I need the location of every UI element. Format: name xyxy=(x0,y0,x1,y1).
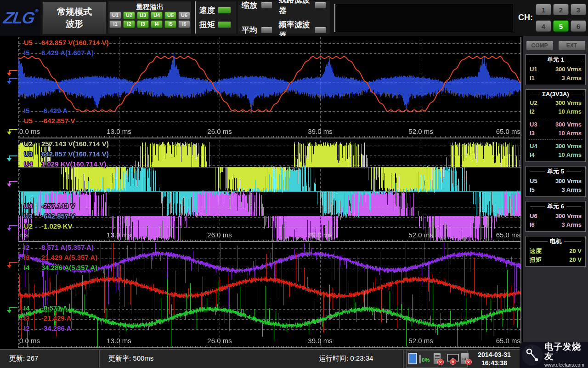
range-channel: U4 xyxy=(528,142,547,150)
scale-label-U4-min: U4-257.143 V xyxy=(24,202,75,210)
zero-marker-7[interactable] xyxy=(4,306,18,314)
ch-button-3[interactable]: 3 xyxy=(571,4,586,15)
range-value: 300 Vrms xyxy=(547,65,583,74)
gpib-icon[interactable]: GP ✕ xyxy=(461,353,469,364)
time-label-p3: 13.0 ms xyxy=(107,337,131,345)
group-title: 电机 xyxy=(528,237,583,246)
range-row-U6: U6300 Vrms xyxy=(528,212,583,220)
toggle-label-0: 速度 xyxy=(199,5,215,16)
ch-button-2[interactable]: 2 xyxy=(553,4,569,15)
datetime-display: 2014-03-31 16:43:38 xyxy=(469,351,520,367)
time-label-p1: 52.0 ms xyxy=(408,127,433,135)
range-row-I5: I53 Arms xyxy=(528,185,583,194)
zero-marker-5[interactable] xyxy=(4,224,18,232)
comp-button[interactable]: COMP xyxy=(526,40,554,51)
overflow-badge-U3: U3 xyxy=(137,12,149,19)
zero-marker-4[interactable] xyxy=(4,179,18,188)
ch-button-5[interactable]: 5 xyxy=(553,20,569,32)
ch-button-1[interactable]: 1 xyxy=(536,4,551,15)
range-value: 3 Arms xyxy=(547,74,583,82)
power-analyzer-app: { "header": { "logo_text": "ZLG", "logo_… xyxy=(0,0,588,368)
toggle-zoom[interactable] xyxy=(261,2,272,9)
elecfans-url: www.elecfans.com xyxy=(544,362,588,368)
ch-button-4[interactable]: 4 xyxy=(536,20,551,32)
range-value: 300 Vrms xyxy=(547,177,583,185)
time-label-p1: 39.0 ms xyxy=(308,127,332,135)
group-4: 电机速度20 V扭矩20 V xyxy=(526,236,586,267)
range-value: 300 Vrms xyxy=(547,212,583,220)
motor-toggle-speed[interactable] xyxy=(218,7,231,14)
motor-toggle-torque[interactable] xyxy=(218,21,231,28)
range-row-U5: U5300 Vrms xyxy=(528,177,583,185)
overflow-badge-I1: I1 xyxy=(109,20,121,28)
time-label-p2: ms xyxy=(19,231,28,239)
monitor-disconnected-icon: ✕ xyxy=(450,358,456,365)
mode-line1: 常规模式 xyxy=(57,7,92,17)
zero-marker-2[interactable] xyxy=(4,127,18,136)
range-value: 20 V xyxy=(547,247,583,255)
usb-icon[interactable]: ✕ xyxy=(433,353,441,364)
group-title: ΣA(3V3A) xyxy=(528,91,583,98)
channel-selector-label: CH: xyxy=(518,13,533,23)
time-label-p3: 39.0 ms xyxy=(308,337,332,345)
range-value: 300 Vrms xyxy=(547,98,583,107)
ext-button[interactable]: EXT xyxy=(558,40,586,51)
time-label-p1: 26.0 ms xyxy=(207,127,232,135)
time-label-p3: 0.0 ms xyxy=(19,337,40,345)
range-overflow-panel: 量程溢出 U1U2U3U4U5U6 I1I2I3I4I5I6 xyxy=(108,1,191,34)
range-value: 10 Arms xyxy=(547,150,583,159)
motor-toggle-panel: 速度扭矩 xyxy=(195,1,236,34)
status-bar: 更新: 267 更新率: 500ms 运行时间: 0:23:34 0% ✕ ✕ … xyxy=(0,349,588,368)
time-label-p2: 13.0 ms xyxy=(107,231,131,239)
elecfans-logo-icon xyxy=(522,345,543,366)
group-title: 单元 1 xyxy=(528,56,583,64)
scale-label-U2-max: U2257.143 V(160.714 V) xyxy=(24,140,109,148)
range-channel: U5 xyxy=(528,177,547,185)
time-label-p2: 26.0 ms xyxy=(207,231,232,239)
voltage-overflow-badges: U1U2U3U4U5U6 xyxy=(108,11,191,20)
range-channel: 扭矩 xyxy=(528,255,547,264)
option-toggle-panel: 缩放线路滤波器平均频率滤波器 xyxy=(238,1,330,34)
mode-line2: 波形 xyxy=(66,19,83,29)
zero-marker-1[interactable] xyxy=(4,77,18,85)
time-label-p1: 65.0 ms xyxy=(496,127,520,135)
range-row-扭矩: 扭矩20 V xyxy=(528,255,583,264)
header-bar: ZLG® 常规模式 波形 量程溢出 U1U2U3U4U5U6 I1I2I3I4I… xyxy=(0,0,588,36)
overflow-badge-U6: U6 xyxy=(178,12,190,19)
overflow-badge-I6: I6 xyxy=(178,20,190,28)
run-time: 运行时间: 0:23:34 xyxy=(319,354,373,363)
mode-selector[interactable]: 常规模式 波形 xyxy=(42,1,107,34)
range-channel: 速度 xyxy=(528,247,547,255)
time-label-p2: 39.0 ms xyxy=(308,231,332,239)
scale-label-U5-min: U5-642.857 V xyxy=(24,117,75,125)
group-0: 单元 1U1300 VrmsI13 Arms xyxy=(526,54,586,85)
zero-marker-0[interactable] xyxy=(4,69,18,77)
overflow-badge-U2: U2 xyxy=(123,12,135,19)
scale-label-I5-max: I56.429 A(1.607 A) xyxy=(24,49,94,57)
range-value: 300 Vrms xyxy=(547,142,583,150)
monitor-icon[interactable]: ✕ xyxy=(447,354,459,362)
zero-marker-6[interactable] xyxy=(4,261,18,269)
ch-button-6[interactable]: 6 xyxy=(571,20,586,32)
toggle-line-filter[interactable] xyxy=(315,2,326,9)
statusbar-divider xyxy=(402,350,404,368)
toggle-average[interactable] xyxy=(261,27,272,34)
range-channel: U6 xyxy=(528,212,547,220)
buffer-percent: 0% xyxy=(422,357,430,363)
overflow-badge-U5: U5 xyxy=(164,12,176,19)
toggle-freq-filter[interactable] xyxy=(315,27,326,34)
range-channel: I5 xyxy=(528,185,547,194)
zero-marker-3[interactable] xyxy=(4,154,18,162)
range-overflow-title: 量程溢出 xyxy=(136,2,164,11)
toggle-label-1: 扭矩 xyxy=(199,19,215,30)
time-label-p2: 65.0 ms xyxy=(496,231,520,239)
scale-label-I2-min: I2-34.286 A xyxy=(24,324,71,332)
time-label-p3: 65.0 ms xyxy=(496,337,520,345)
scale-label-U2-min: U2-1.029 KV xyxy=(24,222,73,230)
date-text: 2014-03-31 xyxy=(469,351,520,359)
overflow-badge-I2: I2 xyxy=(123,20,135,28)
group-3: 单元 6U6300 VrmsI63 Arms xyxy=(526,201,586,232)
range-row-U2: U2300 Vrms xyxy=(528,98,583,107)
group-title: 单元 5 xyxy=(528,167,583,176)
range-row-U1: U1300 Vrms xyxy=(528,65,583,74)
